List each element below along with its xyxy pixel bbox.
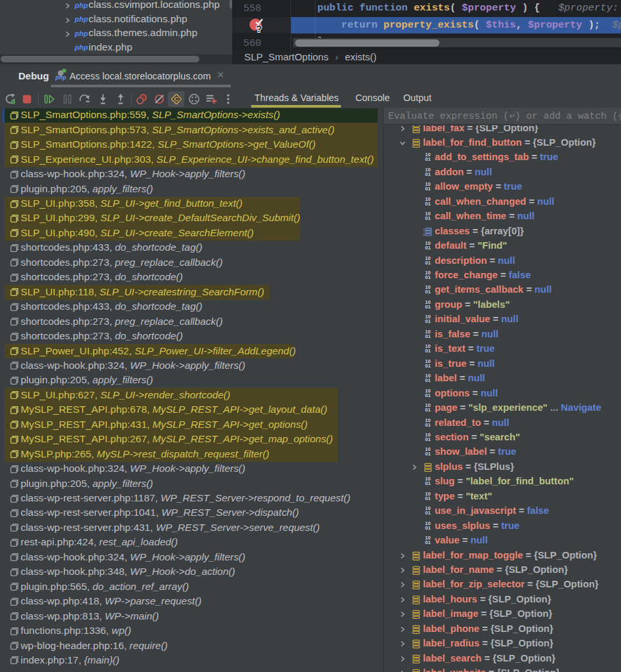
svg-text:php: php — [55, 74, 66, 81]
svg-text:C: C — [174, 95, 178, 102]
svg-text:?: ? — [256, 24, 262, 34]
svg-text:1: 1 — [423, 227, 425, 231]
svg-text:2: 2 — [423, 232, 425, 236]
